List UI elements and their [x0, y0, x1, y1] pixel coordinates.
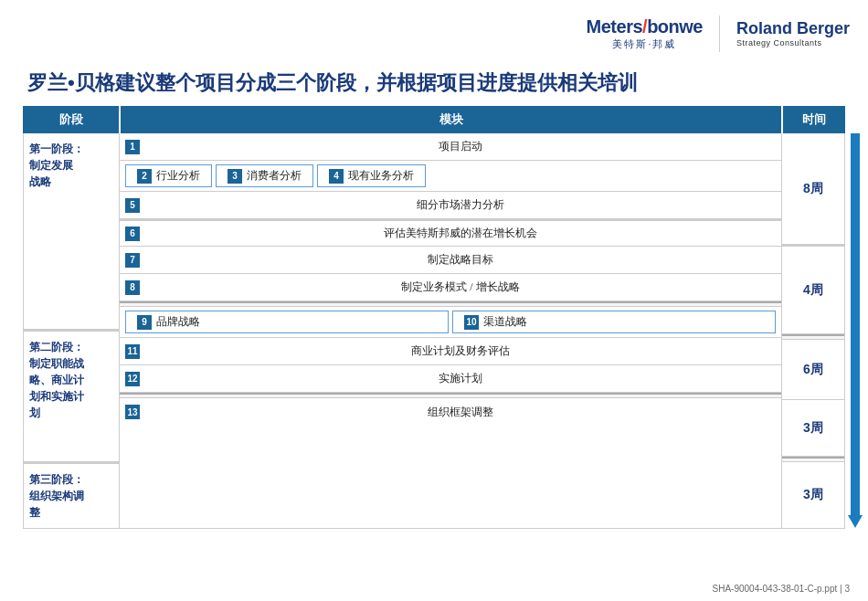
module-box-2: 2 行业分析	[125, 164, 212, 187]
module-label-4: 现有业务分析	[348, 168, 414, 184]
module-text-1: 项目启动	[145, 139, 776, 154]
training-arrow-container	[848, 133, 863, 528]
time-column: 8周 4周 6周 3周 3周	[782, 133, 844, 528]
module-row-13: 13 组织框架调整	[120, 398, 781, 426]
module-num-10: 10	[464, 315, 479, 330]
phase-1-label: 第一阶段：制定发展战略	[24, 133, 119, 330]
module-text-6: 评估美特斯邦威的潜在增长机会	[145, 226, 776, 241]
module-num-3: 3	[228, 169, 242, 184]
time-6-label: 6周	[803, 362, 823, 378]
header-phase: 阶段	[23, 106, 119, 133]
training-arrow-body	[851, 133, 860, 515]
module-num-5: 5	[125, 198, 140, 213]
module-row-1: 1 项目启动	[120, 133, 781, 161]
module-text-13: 组织框架调整	[145, 405, 776, 420]
module-label-3: 消费者分析	[247, 168, 302, 184]
main-area: 阶段 模块 时间 第一阶段：制定发展战略 第二阶段：制定职能战略、商业计划和实施…	[0, 106, 868, 529]
module-text-12: 实施计划	[145, 371, 776, 386]
meters-bonwe-logo-top: Meters/bonwe	[587, 16, 703, 37]
module-num-9: 9	[137, 315, 152, 330]
module-row-6: 6 评估美特斯邦威的潜在增长机会	[120, 219, 781, 247]
module-num-8: 8	[125, 280, 140, 295]
time-3-p3-label: 3周	[803, 487, 823, 503]
module-row-5: 5 细分市场潜力分析	[120, 192, 781, 219]
table-body: 第一阶段：制定发展战略 第二阶段：制定职能战略、商业计划和实施计划 第三阶段：组…	[23, 133, 845, 529]
time-8-label: 8周	[803, 181, 823, 197]
module-row-910: 9 品牌战略 10 渠道战略	[120, 307, 781, 338]
module-box-3: 3 消费者分析	[216, 164, 313, 187]
module-row-11: 11 商业计划及财务评估	[120, 338, 781, 365]
module-box-4: 4 现有业务分析	[317, 164, 426, 187]
module-label-2: 行业分析	[156, 168, 200, 184]
module-label-10: 渠道战略	[483, 314, 527, 330]
module-num-6: 6	[125, 227, 140, 241]
module-label-9: 品牌战略	[156, 314, 200, 330]
module-row-8: 8 制定业务模式 / 增长战略	[120, 274, 781, 301]
header: Meters/bonwe 美特斯·邦威 Roland Berger Strate…	[0, 0, 868, 62]
module-text-8: 制定业务模式 / 增长战略	[145, 279, 776, 295]
module-num-7: 7	[125, 253, 140, 268]
time-3-weeks-p3: 3周	[782, 462, 844, 528]
module-text-5: 细分市场潜力分析	[145, 197, 776, 213]
page-title: 罗兰•贝格建议整个项目分成三个阶段，并根据项目进度提供相关培训	[0, 62, 868, 106]
module-num-11: 11	[125, 344, 140, 359]
bonwe-text: bonwe	[647, 16, 703, 37]
header-time: 时间	[783, 106, 845, 133]
training-arrow-head	[848, 515, 863, 528]
logo-divider	[719, 16, 720, 52]
module-num-4: 4	[329, 169, 344, 184]
module-row-7: 7 制定战略目标	[120, 247, 781, 274]
strategy-consultants-text: Strategy Consultants	[736, 38, 822, 47]
modules-column: 1 项目启动 2 行业分析 3 消费者分析 4 现有业务分析	[120, 133, 782, 528]
time-3-weeks-p2: 3周	[782, 400, 844, 457]
phase-column: 第一阶段：制定发展战略 第二阶段：制定职能战略、商业计划和实施计划 第三阶段：组…	[24, 133, 120, 528]
phase-3-label: 第三阶段：组织架构调整	[24, 462, 119, 528]
time-4-weeks: 4周	[782, 245, 844, 334]
time-6-weeks: 6周	[782, 340, 844, 400]
header-module: 模块	[121, 106, 781, 133]
module-box-10: 10 渠道战略	[452, 311, 776, 333]
module-row-12: 12 实施计划	[120, 365, 781, 393]
time-3-p2-label: 3周	[803, 420, 823, 437]
footer: SHA-90004-043-38-01-C-p.ppt | 3	[713, 584, 850, 594]
module-box-9: 9 品牌战略	[125, 311, 449, 333]
roland-berger-text: Roland Berger	[736, 19, 850, 38]
meters-text: Meters	[587, 16, 642, 37]
table-header: 阶段 模块 时间	[23, 106, 845, 133]
module-num-2: 2	[137, 169, 152, 184]
module-num-13: 13	[125, 405, 140, 419]
phase-2-label: 第二阶段：制定职能战略、商业计划和实施计划	[24, 330, 119, 462]
meters-chinese-text: 美特斯·邦威	[612, 37, 676, 51]
module-num-12: 12	[125, 372, 140, 386]
time-8-weeks: 8周	[782, 133, 844, 245]
logo-meters: Meters/bonwe 美特斯·邦威	[587, 16, 703, 51]
module-text-11: 商业计划及财务评估	[145, 343, 776, 359]
time-4-label: 4周	[803, 282, 823, 299]
module-row-234: 2 行业分析 3 消费者分析 4 现有业务分析	[120, 161, 781, 192]
module-text-7: 制定战略目标	[145, 252, 776, 268]
module-num-1: 1	[125, 140, 140, 154]
logo-roland-berger: Roland Berger Strategy Consultants	[736, 19, 850, 47]
